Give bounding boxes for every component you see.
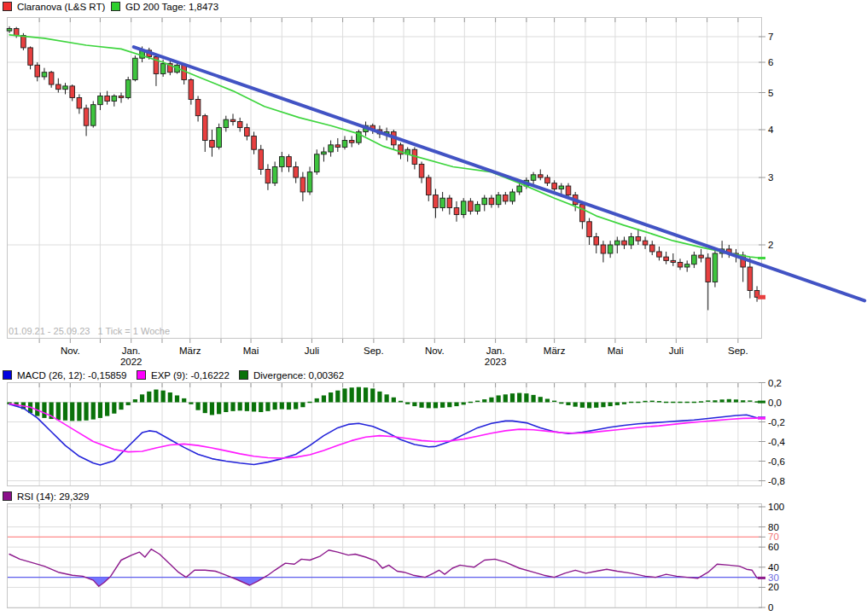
svg-text:2: 2 bbox=[768, 240, 773, 250]
svg-text:Juli: Juli bbox=[305, 346, 319, 356]
gd200-series-label: GD 200 Tage: 1,8473 bbox=[125, 2, 218, 12]
svg-text:0,2: 0,2 bbox=[768, 378, 782, 388]
svg-text:30: 30 bbox=[768, 572, 779, 583]
svg-text:6: 6 bbox=[768, 57, 773, 67]
svg-text:4: 4 bbox=[768, 125, 774, 135]
legend-macd: MACD (26, 12): -0,15859 bbox=[3, 369, 126, 381]
svg-text:20: 20 bbox=[768, 582, 779, 592]
divergence-series-swatch bbox=[239, 370, 248, 380]
rsi-panel[interactable]: 1008070604030200 bbox=[8, 502, 785, 613]
svg-text:100: 100 bbox=[768, 502, 784, 512]
panel-border bbox=[8, 383, 762, 486]
legend-divergence: Divergence: 0,00362 bbox=[239, 369, 344, 381]
divergence-series-label: Divergence: 0,00362 bbox=[253, 370, 344, 381]
x-axis-month-labels: Nov.Jan.2022MärzMaiJuliSep.Nov.Jan.2023M… bbox=[61, 346, 748, 367]
macd-series-swatch bbox=[3, 370, 12, 380]
claranova-series-label: Claranova (L&S RT) bbox=[17, 2, 105, 12]
exp-series-label: EXP (9): -0,16222 bbox=[151, 370, 230, 381]
rsi-series-label: RSI (14): 29,329 bbox=[17, 491, 89, 502]
svg-text:70: 70 bbox=[768, 532, 779, 542]
rsi-series-swatch bbox=[3, 491, 12, 501]
svg-text:80: 80 bbox=[768, 522, 779, 532]
claranova-series-swatch bbox=[3, 2, 12, 11]
svg-text:Juli: Juli bbox=[669, 346, 684, 356]
price-panel[interactable]: Nov.Jan.2022MärzMaiJuliSep.Nov.Jan.2023M… bbox=[7, 18, 864, 368]
svg-text:5: 5 bbox=[768, 88, 773, 98]
svg-text:3: 3 bbox=[768, 172, 773, 183]
svg-text:Nov.: Nov. bbox=[425, 346, 445, 356]
svg-text:Jan.: Jan. bbox=[122, 346, 141, 356]
svg-text:-0,8: -0,8 bbox=[768, 476, 785, 486]
svg-text:-0,4: -0,4 bbox=[768, 437, 785, 447]
rsi-line bbox=[9, 549, 757, 587]
panel-border bbox=[8, 504, 762, 608]
svg-text:Mai: Mai bbox=[243, 346, 259, 356]
macd-line bbox=[9, 404, 757, 465]
svg-text:März: März bbox=[544, 346, 566, 356]
exp-series-swatch bbox=[137, 370, 146, 380]
svg-text:März: März bbox=[179, 346, 201, 356]
svg-text:0,0: 0,0 bbox=[768, 398, 782, 408]
legend-rsi: RSI (14): 29,329 bbox=[3, 491, 89, 502]
svg-text:40: 40 bbox=[768, 562, 779, 572]
svg-text:Nov.: Nov. bbox=[61, 346, 80, 356]
svg-text:Mai: Mai bbox=[608, 346, 624, 356]
gd200-series-swatch bbox=[111, 2, 120, 11]
svg-text:60: 60 bbox=[768, 542, 779, 552]
stock-chart-canvas[interactable]: Nov.Jan.2022MärzMaiJuliSep.Nov.Jan.2023M… bbox=[0, 0, 867, 616]
macd-panel[interactable]: 0,20,0-0,2-0,4-0,6-0,8 bbox=[7, 378, 785, 486]
macd-series-label: MACD (26, 12): -0,15859 bbox=[17, 370, 126, 381]
legend-exp: EXP (9): -0,16222 bbox=[137, 369, 230, 381]
legend-claranova: Claranova (L&S RT) bbox=[3, 1, 105, 12]
svg-text:-0,2: -0,2 bbox=[768, 417, 785, 427]
price-axis: 765432 bbox=[758, 32, 774, 299]
svg-text:2022: 2022 bbox=[120, 357, 143, 367]
svg-text:Sep.: Sep. bbox=[364, 346, 384, 356]
legend-gd200: GD 200 Tage: 1,8473 bbox=[111, 1, 218, 12]
svg-text:Jan.: Jan. bbox=[486, 346, 505, 356]
trendline bbox=[134, 47, 864, 300]
svg-text:0: 0 bbox=[768, 602, 773, 613]
stock-chart-page: Nov.Jan.2022MärzMaiJuliSep.Nov.Jan.2023M… bbox=[0, 0, 867, 616]
svg-text:2023: 2023 bbox=[485, 357, 507, 367]
svg-text:-0,6: -0,6 bbox=[768, 456, 785, 467]
period-info-text: 01.09.21 - 25.09.23 1 Tick = 1 Woche bbox=[9, 326, 170, 336]
svg-text:Sep.: Sep. bbox=[728, 346, 748, 356]
svg-text:7: 7 bbox=[768, 32, 773, 42]
